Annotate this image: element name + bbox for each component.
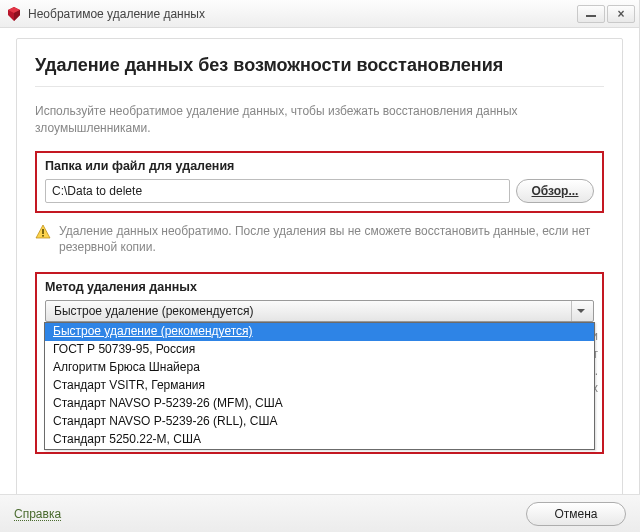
method-dropdown: Быстрое удаление (рекомендуется) ГОСТ Р … xyxy=(44,322,595,450)
method-option[interactable]: Стандарт VSITR, Германия xyxy=(45,377,594,395)
help-link[interactable]: Справка xyxy=(14,507,61,521)
path-input[interactable]: C:\Data to delete xyxy=(45,179,510,203)
method-option[interactable]: Стандарт NAVSO P-5239-26 (MFM), США xyxy=(45,395,594,413)
method-combobox[interactable]: Быстрое удаление (рекомендуется) xyxy=(45,300,594,322)
path-row: C:\Data to delete Обзор... xyxy=(45,179,594,203)
method-container: Метод удаления данных Быстрое удаление (… xyxy=(35,272,604,454)
content: Удаление данных без возможности восстано… xyxy=(0,28,639,532)
path-section: Папка или файл для удаления C:\Data to d… xyxy=(35,151,604,213)
chevron-down-icon xyxy=(571,301,589,321)
window-title: Необратимое удаление данных xyxy=(28,7,575,21)
titlebar: Необратимое удаление данных × xyxy=(0,0,639,28)
minimize-button[interactable] xyxy=(577,5,605,23)
browse-button[interactable]: Обзор... xyxy=(516,179,594,203)
warning-icon xyxy=(35,224,51,243)
cancel-button[interactable]: Отмена xyxy=(526,502,626,526)
warning-row: Удаление данных необратимо. После удален… xyxy=(35,223,604,257)
method-section: Метод удаления данных Быстрое удаление (… xyxy=(35,272,604,454)
method-option[interactable]: ГОСТ Р 50739-95, Россия xyxy=(45,341,594,359)
method-option[interactable]: Стандарт 5250.22-M, США xyxy=(45,431,594,449)
svg-rect-5 xyxy=(42,235,44,237)
intro-text: Используйте необратимое удаление данных,… xyxy=(35,103,604,137)
close-button[interactable]: × xyxy=(607,5,635,23)
app-icon xyxy=(6,6,22,22)
method-section-label: Метод удаления данных xyxy=(45,280,594,294)
separator xyxy=(35,86,604,87)
page-title: Удаление данных без возможности восстано… xyxy=(35,55,604,76)
method-combobox-value: Быстрое удаление (рекомендуется) xyxy=(54,304,571,318)
main-panel: Удаление данных без возможности восстано… xyxy=(16,38,623,532)
method-option[interactable]: Быстрое удаление (рекомендуется) xyxy=(45,323,594,341)
method-option[interactable]: Стандарт NAVSO P-5239-26 (RLL), США xyxy=(45,413,594,431)
footer: Справка Отмена xyxy=(0,494,640,532)
svg-rect-4 xyxy=(42,229,44,234)
path-section-label: Папка или файл для удаления xyxy=(45,159,594,173)
warning-text: Удаление данных необратимо. После удален… xyxy=(59,223,604,257)
method-option[interactable]: Алгоритм Брюса Шнайера xyxy=(45,359,594,377)
